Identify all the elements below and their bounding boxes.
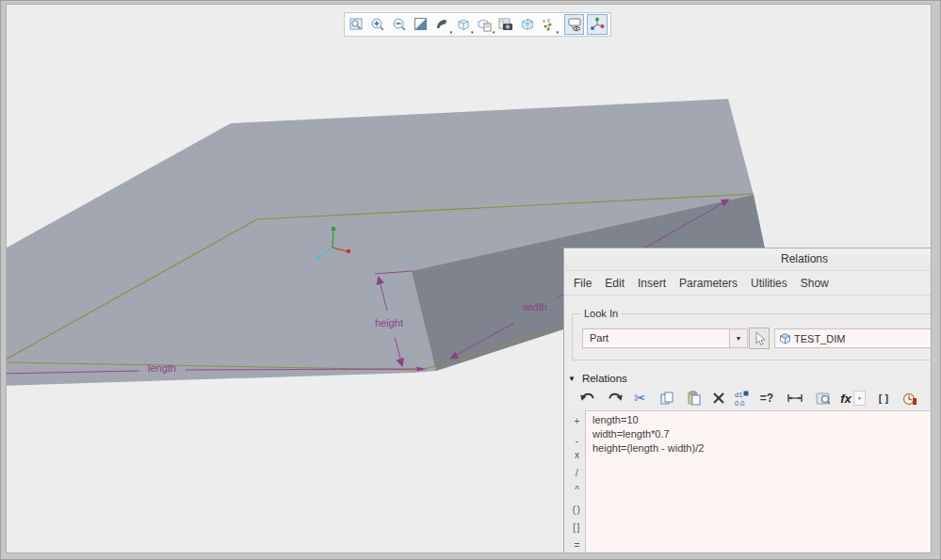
relations-editor[interactable]: length=10 width=length*0.7 height=(lengt…: [585, 410, 941, 560]
spin-center-toggle[interactable]: [587, 14, 608, 35]
evaluate-icon[interactable]: =?: [754, 390, 780, 407]
model-name-field[interactable]: TEST_DIM: [774, 328, 941, 348]
functions-dropdown-icon[interactable]: ▼: [853, 391, 866, 406]
look-in-value: Part: [590, 332, 608, 344]
relation-line[interactable]: height=(length - width)/2: [592, 441, 940, 456]
op-parens[interactable]: (): [567, 504, 587, 515]
dimension-height-label[interactable]: height: [375, 317, 403, 328]
display-style-cube-icon[interactable]: ▾: [454, 15, 473, 34]
undo-icon[interactable]: [574, 390, 602, 407]
op-power[interactable]: ^: [567, 485, 587, 495]
zoom-out-icon[interactable]: [390, 15, 409, 34]
dimension-width-label[interactable]: width: [522, 301, 547, 312]
menu-utilities[interactable]: Utilities: [751, 277, 787, 290]
op-brackets[interactable]: []: [567, 522, 587, 533]
part-cube-icon: [779, 332, 792, 344]
brackets-icon[interactable]: [ ]: [871, 390, 896, 407]
cursor-arrow-icon: [753, 331, 766, 346]
datum-display-icon[interactable]: xy ▾: [539, 15, 558, 34]
op-equals[interactable]: =: [567, 540, 587, 551]
svg-text:0.0: 0.0: [735, 399, 744, 407]
menu-file[interactable]: File: [574, 277, 592, 290]
annotation-display-toggle[interactable]: [564, 14, 585, 35]
op-plus[interactable]: +: [567, 416, 587, 426]
clipped-toolbar-icon[interactable]: [930, 390, 941, 407]
shading-mode-icon[interactable]: ▾: [432, 15, 451, 34]
relations-title: Relations: [781, 252, 828, 265]
relations-dialog: Relations File Edit Insert Parameters Ut…: [563, 248, 941, 560]
operator-strip: + - x / ^ () [] =: [564, 410, 585, 560]
collapse-triangle-icon[interactable]: ▼: [568, 375, 576, 383]
look-in-combobox[interactable]: Part ▼: [582, 328, 748, 348]
dimension-length-label[interactable]: length: [148, 362, 176, 374]
switch-dimensions-icon[interactable]: d10.0: [730, 390, 754, 407]
view-toolbar: ▾ ▾ ▾ xy ▾: [344, 12, 611, 37]
wireframe-cube-icon[interactable]: [518, 15, 537, 34]
relation-line[interactable]: length=10: [592, 413, 940, 427]
relations-titlebar[interactable]: Relations: [564, 248, 941, 271]
look-in-label: Look In: [580, 308, 622, 319]
zoom-in-icon[interactable]: [369, 15, 388, 34]
relation-line[interactable]: width=length*0.7: [592, 427, 940, 441]
repaint-icon[interactable]: [412, 15, 430, 34]
menu-edit[interactable]: Edit: [605, 277, 625, 290]
combo-dropdown-icon[interactable]: ▼: [729, 329, 747, 347]
paste-icon[interactable]: [681, 390, 707, 407]
functions-icon[interactable]: fx: [838, 390, 853, 407]
find-relation-icon[interactable]: [809, 390, 838, 407]
model-name: TEST_DIM: [794, 333, 845, 344]
select-model-button[interactable]: [749, 328, 770, 349]
svg-text:xy: xy: [543, 17, 550, 24]
svg-text:d1: d1: [735, 391, 742, 399]
cut-icon[interactable]: ✂: [627, 390, 653, 407]
menu-insert[interactable]: Insert: [638, 277, 666, 290]
delete-icon[interactable]: [707, 390, 730, 407]
redo-icon[interactable]: [602, 390, 627, 407]
op-minus[interactable]: -: [567, 436, 587, 446]
relations-section-header[interactable]: ▼ Relations: [568, 373, 627, 384]
saved-views-camera-icon[interactable]: [496, 15, 515, 34]
units-icon[interactable]: [780, 390, 809, 407]
menu-show[interactable]: Show: [801, 277, 829, 290]
relations-menubar: File Edit Insert Parameters Utilities Sh…: [564, 271, 941, 296]
app-window: length width height: [0, 0, 941, 560]
look-in-group: Look In Part ▼ TEST_DIM: [572, 313, 941, 360]
view-manager-icon[interactable]: ▾: [476, 15, 495, 34]
zoom-window-icon[interactable]: [348, 15, 366, 34]
copy-icon[interactable]: [653, 390, 681, 407]
relation-alarm-icon[interactable]: [896, 390, 924, 407]
relations-toolbar: ✂ d10.0 =? fx ▼ [ ]: [574, 389, 941, 408]
op-divide[interactable]: /: [567, 468, 587, 478]
op-multiply[interactable]: x: [567, 450, 587, 460]
menu-parameters[interactable]: Parameters: [679, 277, 738, 290]
